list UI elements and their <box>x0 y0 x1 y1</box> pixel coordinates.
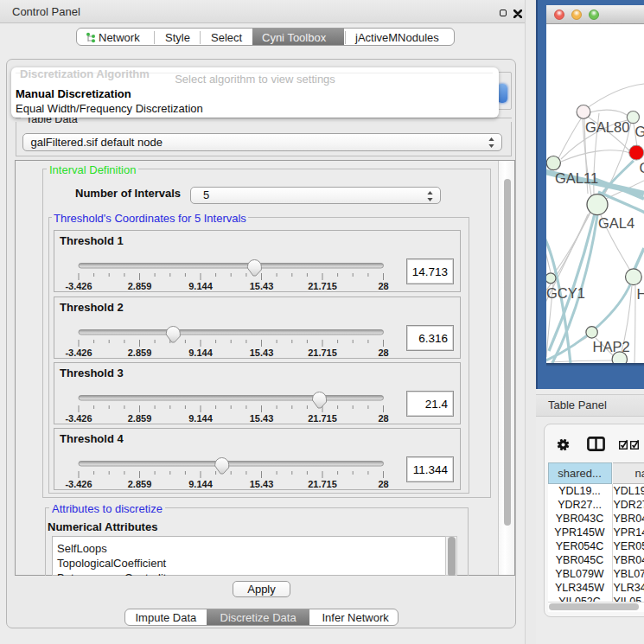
svg-text:C: C <box>640 159 644 175</box>
svg-text:H: H <box>637 285 644 301</box>
svg-text:GAL11: GAL11 <box>555 169 598 185</box>
svg-text:GA: GA <box>635 124 644 139</box>
svg-text:HAP2: HAP2 <box>593 339 630 354</box>
svg-text:GAL4: GAL4 <box>598 214 634 230</box>
svg-text:GAL80: GAL80 <box>585 118 629 134</box>
svg-text:GCY1: GCY1 <box>546 284 585 300</box>
